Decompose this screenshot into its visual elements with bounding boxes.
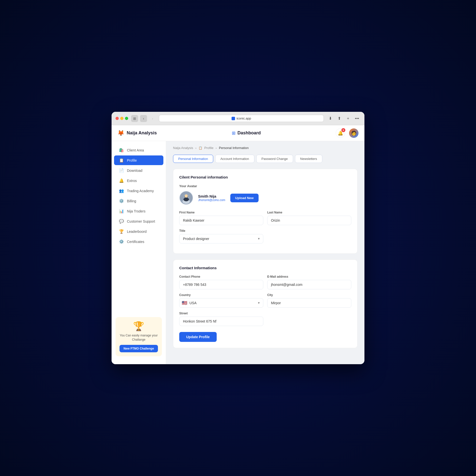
sidebar-item-billing[interactable]: ⚙️ Billing (114, 196, 163, 206)
dashboard-title: Dashboard (238, 130, 261, 136)
phone-input[interactable] (179, 280, 263, 289)
sidebar-item-profile[interactable]: 📋 Profile (114, 155, 163, 165)
email-group: E-Mail address (267, 275, 351, 289)
browser-actions: ⬇ ⬆ + ••• (327, 115, 360, 122)
avatar-label: Your Avatar (179, 184, 351, 188)
breadcrumb-profile[interactable]: Profile (204, 146, 213, 150)
billing-icon: ⚙️ (119, 199, 124, 203)
promo-text: You Can easily manage your Challange (119, 333, 158, 342)
main-content: Naija Analysis » 📋 Profile » Personal In… (166, 141, 364, 364)
sidebar-item-label: Profile (127, 158, 137, 162)
profile-icon: 📋 (119, 158, 124, 163)
profile-avatar (179, 191, 193, 205)
tab-personal-information[interactable]: Personal Information (173, 155, 213, 163)
sidebar-item-leaderboard[interactable]: 🏆 Leaderboord (114, 227, 163, 236)
brand-icon: 🦊 (118, 130, 124, 136)
sidebar-item-customer-support[interactable]: 💬 Customer Support (114, 216, 163, 226)
breadcrumb: Naija Analysis » 📋 Profile » Personal In… (173, 146, 357, 150)
last-name-label: Last Name (267, 211, 351, 214)
browser-chrome: ⊞ ‹ › iconic.app ⬇ ⬆ + ••• (112, 112, 364, 125)
sidebar-toggle-button[interactable]: ⊞ (131, 115, 138, 122)
brand-name: Naija Analysis (127, 130, 157, 136)
city-input[interactable] (267, 298, 351, 308)
top-bar: 🦊 Naija Analysis ⊞ Dashboard 🔔 5 🧑 (112, 125, 364, 141)
app-layout: 🦊 Naija Analysis ⊞ Dashboard 🔔 5 🧑 🛍️ (112, 125, 364, 364)
email-input[interactable] (267, 280, 351, 289)
svg-point-4 (185, 194, 188, 198)
tab-password-change[interactable]: Password Change (256, 155, 293, 163)
personal-info-card: Cilent Personal information Your Avatar (173, 169, 357, 254)
avatar-email: Jhonsmt@zoho.com (198, 198, 225, 202)
country-select[interactable]: USA UK Canada Australia Nigeria (179, 298, 263, 308)
breadcrumb-root[interactable]: Naija Analysis (173, 146, 193, 150)
phone-email-row: Contact Phone E-Mail address (179, 275, 351, 289)
sidebar-item-client-area[interactable]: 🛍️ Client Area (114, 145, 163, 155)
more-options-button[interactable]: ••• (354, 115, 360, 122)
trading-academy-icon: 👥 (119, 188, 124, 193)
sidebar-item-extros[interactable]: 🔔 Extros (114, 176, 163, 185)
top-center: ⊞ Dashboard (232, 130, 261, 136)
first-name-input[interactable] (179, 216, 263, 225)
sidebar-item-label: Leaderboord (127, 230, 147, 234)
sidebar-item-label: Customer Support (127, 219, 155, 223)
top-right: 🔔 5 🧑 (336, 128, 358, 138)
personal-info-title: Cilent Personal information (179, 175, 351, 179)
street-label: Street (179, 312, 263, 315)
sidebar-item-label: Client Area (127, 148, 144, 152)
street-input[interactable] (179, 317, 263, 326)
contact-info-card: Contact Informations Contact Phone E-Mai… (173, 260, 357, 348)
sidebar-item-download[interactable]: 📄 Download (114, 166, 163, 175)
notifications-button[interactable]: 🔔 5 (336, 128, 345, 138)
city-group: City (267, 293, 351, 308)
title-label: Title (179, 229, 263, 233)
certificates-icon: ⚙️ (119, 239, 124, 244)
share-button[interactable]: ⬆ (336, 115, 343, 122)
last-name-input[interactable] (267, 216, 351, 225)
back-button[interactable]: ‹ (140, 115, 147, 122)
tab-account-information[interactable]: Account Information (215, 155, 254, 163)
customer-support-icon: 💬 (119, 219, 124, 224)
download-browser-button[interactable]: ⬇ (327, 115, 334, 122)
browser-window: ⊞ ‹ › iconic.app ⬇ ⬆ + ••• 🦊 Naija Analy… (112, 112, 364, 364)
download-icon: 📄 (119, 168, 124, 173)
sidebar-item-nija-traders[interactable]: 📊 Nija Trsders (114, 206, 163, 216)
forward-button[interactable]: › (149, 115, 156, 122)
upload-new-button[interactable]: Upload New (230, 194, 259, 202)
address-bar[interactable]: iconic.app (159, 115, 324, 122)
sidebar-item-certificates[interactable]: ⚙️ Certificates (114, 237, 163, 246)
maximize-button[interactable] (125, 117, 128, 120)
trophy-icon: 🏆 (119, 321, 158, 331)
tabs: Personal Information Account Information… (173, 155, 357, 163)
name-fields-row: First Name Last Name (179, 211, 351, 225)
update-profile-button[interactable]: Update Profile (179, 332, 217, 342)
avatar-section: Your Avatar (179, 184, 351, 205)
title-select[interactable]: Product designer Software Engineer Manag… (179, 234, 263, 243)
title-group: Title Product designer Software Engineer… (179, 229, 263, 243)
sidebar-item-label: Nija Trsders (127, 209, 146, 213)
new-ftmo-challenge-button[interactable]: New FTMO Challenge (119, 345, 158, 352)
sidebar-item-label: Trading Academy (127, 189, 154, 193)
extros-icon: 🔔 (119, 178, 124, 183)
close-button[interactable] (116, 117, 119, 120)
tab-newsletters[interactable]: Newsletters (295, 155, 322, 163)
city-label: City (267, 293, 351, 297)
notification-badge: 5 (341, 128, 345, 132)
nija-traders-icon: 📊 (119, 209, 124, 213)
sidebar-item-trading-academy[interactable]: 👥 Trading Academy (114, 186, 163, 196)
url-text: iconic.app (237, 117, 251, 120)
new-tab-button[interactable]: + (345, 115, 352, 122)
country-label: Country (179, 293, 263, 297)
minimize-button[interactable] (120, 117, 123, 120)
country-group: Country 🇺🇸 USA UK Canada Australia Niger… (179, 293, 263, 308)
sidebar: 🛍️ Client Area 📋 Profile 📄 Download 🔔 Ex… (112, 141, 166, 364)
title-row: Title Product designer Software Engineer… (179, 229, 351, 243)
sidebar-item-label: Billing (127, 199, 136, 203)
sidebar-promo: 🏆 You Can easily manage your Challange N… (116, 317, 162, 356)
dashboard-icon: ⊞ (232, 130, 236, 136)
content-area: 🛍️ Client Area 📋 Profile 📄 Download 🔔 Ex… (112, 141, 364, 364)
first-name-label: First Name (179, 211, 263, 214)
sidebar-item-label: Extros (127, 179, 137, 183)
sidebar-item-label: Download (127, 169, 142, 173)
email-label: E-Mail address (267, 275, 351, 278)
user-avatar[interactable]: 🧑 (349, 128, 358, 138)
